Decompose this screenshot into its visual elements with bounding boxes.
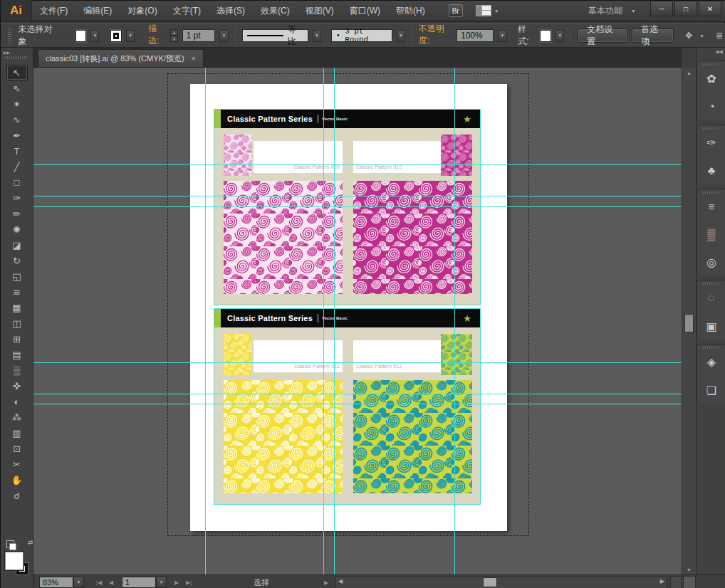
status-expand-button[interactable]: ▶ [321,577,331,588]
stroke-weight-dropdown[interactable] [219,30,228,42]
style-swatch[interactable] [540,30,551,42]
zoom-level-field[interactable]: 83% [39,577,73,588]
fill-color-swatch[interactable] [75,30,87,42]
pattern-swatch-small[interactable] [441,135,472,176]
collapse-dock-icon[interactable]: ◀◀ [697,48,725,56]
scroll-right-icon[interactable]: ▶ [660,578,664,584]
previous-artboard-button[interactable]: ◀ [106,577,116,588]
type-tool[interactable]: T [6,143,28,159]
shape-builder-tool[interactable]: ◫ [6,315,28,331]
opacity-field[interactable]: 100% [457,29,494,42]
menu-item[interactable]: 选择(S) [209,0,253,21]
artboard-dropdown[interactable] [156,577,167,588]
brush-dropdown[interactable] [397,30,405,42]
next-artboard-button[interactable]: ▶ [172,577,182,588]
menu-item[interactable]: 文字(T) [165,0,209,21]
direct-selection-tool[interactable]: ⇖ [6,80,28,96]
menu-item[interactable]: 效果(C) [253,0,298,21]
transparency-panel-icon[interactable]: ◎ [697,248,725,275]
artboards-panel-icon[interactable]: ❏ [697,377,725,404]
gradient-tool[interactable]: ▒ [6,362,28,378]
last-artboard-button[interactable]: ▶| [183,577,194,588]
scroll-down-icon[interactable]: ▼ [682,565,696,574]
symbol-sprayer-tool[interactable]: ⁂ [6,409,28,425]
stroke-dropdown[interactable] [126,30,135,42]
pattern-swatch-small[interactable] [224,334,252,375]
stroke-profile-dropdown[interactable] [313,30,321,42]
zoom-dropdown[interactable] [73,577,84,588]
stroke-panel-link[interactable]: 描边: [148,23,166,48]
chevron-down-icon[interactable]: ▼ [494,9,499,14]
maximize-button[interactable]: □ [674,1,697,16]
brush-definition-combo[interactable]: • 3 pt Round [331,29,392,42]
stroke-panel-icon[interactable]: ≡ [697,189,725,221]
rectangle-tool[interactable]: □ [6,174,28,190]
gradient-panel-icon[interactable]: ▒ [697,221,725,248]
graphic-styles-panel-icon[interactable]: ▣ [697,313,725,340]
swap-fill-stroke-icon[interactable]: ⇄ [28,539,33,546]
horizontal-scroll-thumb[interactable] [483,577,497,587]
magic-wand-tool[interactable]: ✶ [6,96,28,112]
menu-item[interactable]: 文件(F) [32,0,75,21]
scroll-up-icon[interactable]: ▲ [682,68,696,78]
paintbrush-tool[interactable]: ✑ [6,190,28,206]
stroke-weight-field[interactable]: 1 pt [182,29,216,42]
panel-gripper[interactable] [5,56,28,59]
brushes-panel-icon[interactable]: ✑ [697,125,725,157]
column-graph-tool[interactable]: ▥ [6,425,28,441]
pattern-card-top[interactable]: Classic Pattern Series Vector Basic ★ Cl… [214,110,480,305]
appearance-panel-icon[interactable]: ◌ [697,280,725,313]
pattern-swatch-small[interactable] [441,334,472,375]
opacity-dropdown[interactable] [498,30,506,42]
close-button[interactable]: ✕ [699,1,721,16]
menu-item[interactable]: 编辑(E) [75,0,120,21]
resize-corner[interactable] [683,576,696,588]
blend-tool[interactable]: ◐ [6,394,28,409]
panel-options-icon[interactable]: ≣ [716,31,723,41]
artboard-number-field[interactable]: 1 [122,577,156,588]
chevron-down-icon[interactable]: ▼ [631,9,636,14]
menu-item[interactable]: 帮助(H) [388,0,433,21]
menu-item[interactable]: 对象(O) [120,0,165,21]
slice-tool[interactable]: ✂ [6,456,28,472]
select-similar-icon[interactable]: ✥ [685,31,692,41]
layers-panel-icon[interactable]: ◈ [697,344,725,377]
scroll-left-icon[interactable]: ◀ [338,578,343,584]
pattern-swatch-large[interactable] [224,380,343,493]
tools-panel-expand[interactable]: ▶▶ [1,48,33,56]
first-artboard-button[interactable]: |◀ [93,577,105,588]
workspace-switcher[interactable]: 基本功能 [588,5,622,17]
default-fill-stroke-icon[interactable] [6,540,14,548]
blob-brush-tool[interactable]: ✺ [6,221,28,237]
stroke-profile-combo[interactable]: 等比 [242,29,308,42]
minimize-button[interactable]: ─ [650,1,673,16]
pattern-swatch-large[interactable] [224,181,343,294]
free-transform-tool[interactable]: ▦ [6,300,28,315]
vertical-scroll-thumb[interactable] [684,314,694,332]
menu-item[interactable]: 视图(V) [298,0,342,21]
fill-proxy-chip[interactable] [5,552,24,570]
eyedropper-tool[interactable]: ✜ [6,378,28,394]
document-tab[interactable]: classic03 [转换].ai @ 83% (CMYK/预览) × [38,49,204,67]
close-tab-icon[interactable]: × [192,54,196,63]
preferences-button[interactable]: 首选项 [632,28,674,43]
vertical-scrollbar[interactable]: ▲ ▼ [682,68,696,574]
chevron-down-icon[interactable]: ▼ [699,33,704,38]
perspective-grid-tool[interactable]: ⊞ [6,331,28,347]
stroke-color-swatch[interactable] [110,30,122,42]
color-guide-panel-icon[interactable]: ◔ [697,93,725,120]
document-setup-button[interactable]: 文档设置 [578,28,627,43]
bridge-button[interactable]: Br [449,4,463,17]
pencil-tool[interactable]: ✏ [6,206,28,221]
color-panel-icon[interactable]: ✿ [697,61,725,93]
artboard-tool[interactable]: ⊡ [6,441,28,456]
horizontal-scrollbar[interactable]: ◀ ▶ [335,576,667,588]
hand-tool[interactable]: ✋ [6,472,28,488]
pattern-card-bottom[interactable]: Classic Pattern Series Vector Basic ★ Cl… [214,309,480,504]
pen-tool[interactable]: ✒ [6,127,28,143]
opacity-panel-link[interactable]: 不透明度: [419,23,452,48]
stroke-weight-stepper[interactable]: ▲▼ [170,29,177,42]
zoom-tool[interactable]: ☌ [6,488,28,503]
line-segment-tool[interactable]: ╱ [6,159,28,174]
symbols-panel-icon[interactable]: ♣ [697,157,725,184]
